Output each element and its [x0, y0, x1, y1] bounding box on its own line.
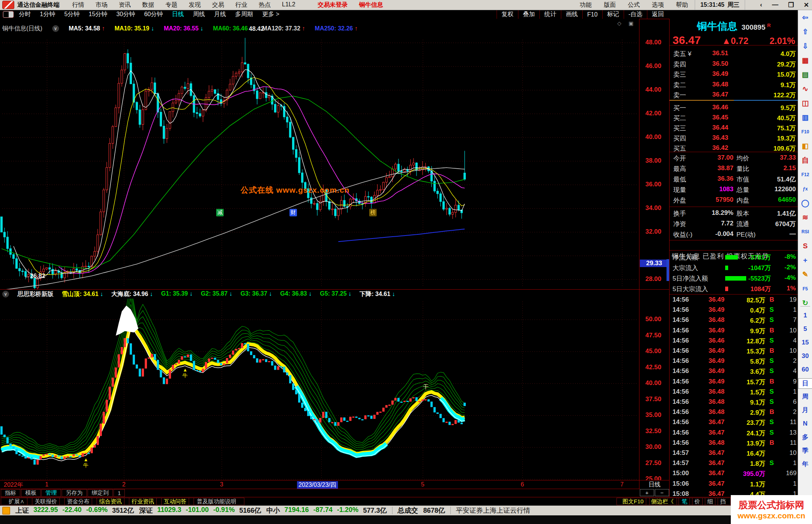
menu-item-5[interactable]: 发现 — [189, 1, 201, 9]
menu-item-8[interactable]: 热点 — [259, 1, 271, 9]
news-page-icon[interactable]: ▥ — [798, 113, 812, 122]
tick-row[interactable]: 14:5636.4915.7万B9 — [670, 377, 798, 387]
timeline-label-5[interactable]: 5 — [421, 481, 424, 488]
tick-view-tab-挡[interactable]: 挡 — [715, 498, 731, 505]
minimize-icon[interactable]: — — [772, 1, 779, 9]
timeline-label-4[interactable]: 2023/03/23/四 — [297, 481, 338, 489]
strip-period-多[interactable]: 多 — [798, 432, 812, 442]
tick-row[interactable]: 14:5636.4982.5万B19 — [670, 295, 798, 305]
tick-row[interactable]: 15:0636.471.1万1 — [670, 479, 798, 489]
event-marker-减[interactable]: 减 — [216, 209, 224, 216]
period-tab-15分钟[interactable]: 15分钟 — [89, 11, 108, 18]
collapse-icon[interactable]: ∨ — [52, 25, 59, 32]
tick-row[interactable]: 14:5636.4724.1万S13 — [670, 428, 798, 438]
kline-icon[interactable]: ◫ — [798, 99, 812, 108]
bottom-right-link-0[interactable]: 图文F10 — [617, 498, 650, 505]
stock-name[interactable]: 铜牛信息 — [697, 21, 738, 32]
bottom-tab-6[interactable]: 普及版功能说明 — [189, 498, 244, 505]
back-arrow-icon[interactable]: ⇦ — [798, 13, 812, 22]
f10-icon[interactable]: F10 — [798, 127, 812, 136]
quote-list-icon[interactable]: ▤ — [798, 70, 812, 79]
toolbar-button-5[interactable]: 标记 — [602, 10, 624, 19]
strip-period-月[interactable]: 月 — [798, 405, 812, 415]
tick-row[interactable]: 14:5636.489.1万S6 — [670, 397, 798, 407]
event-marker-榜[interactable]: 榜 — [369, 209, 377, 216]
mark-diamond-icon[interactable]: ◇ — [617, 20, 621, 26]
relation-tree-icon[interactable]: ◧ — [798, 142, 812, 151]
period-tab-5分钟[interactable]: 5分钟 — [64, 11, 80, 18]
up-arrow-icon[interactable]: ⇧ — [798, 27, 812, 36]
strip-period-5[interactable]: 5 — [798, 324, 812, 334]
period-tab-多周期[interactable]: 多周期 — [235, 11, 253, 18]
timeline-label-1[interactable]: 1 — [45, 481, 48, 488]
panel-tab-0[interactable]: 指标 — [1, 489, 20, 497]
tick-row[interactable]: 14:5636.4813.9万B11 — [670, 438, 798, 448]
tick-row[interactable]: 14:5636.481.5万S1 — [670, 387, 798, 397]
period-tab-30分钟[interactable]: 30分钟 — [117, 11, 135, 18]
index-quote-1[interactable]: 深证11029.3-101.00-0.91%5166亿 — [139, 506, 261, 515]
strip-period-1[interactable]: 1 — [798, 311, 812, 320]
candlestick-chart[interactable] — [0, 19, 639, 289]
menu-item-2[interactable]: 资讯 — [119, 1, 131, 9]
period-tab-60分钟[interactable]: 60分钟 — [144, 11, 163, 18]
panel-tab-1[interactable]: 模板 — [21, 489, 41, 497]
period-tab-更多 >[interactable]: 更多 > — [262, 11, 279, 18]
strip-period-周[interactable]: 周 — [798, 392, 812, 402]
toolbar-button-6[interactable]: -自选 — [624, 10, 647, 19]
toolbar-button-2[interactable]: 统计 — [539, 10, 561, 19]
strip-period-日[interactable]: 日 — [798, 378, 812, 389]
menu-item-6[interactable]: 交易 — [212, 1, 224, 9]
wave-icon[interactable]: ≋ — [798, 213, 812, 222]
menu-item-4[interactable]: 专题 — [165, 1, 177, 9]
menu-item-9[interactable]: L1L2 — [282, 1, 295, 9]
period-tab-分时[interactable]: 分时 — [19, 11, 31, 18]
tick-row[interactable]: 14:5636.495.8万S2 — [670, 356, 798, 366]
tick-row[interactable]: 14:5636.486.2万S7 — [670, 316, 798, 325]
bottom-tab-1[interactable]: 关联报价 — [27, 498, 65, 505]
report-table-icon[interactable]: ▦ — [798, 56, 812, 65]
bottom-tab-5[interactable]: 互动问答 — [156, 498, 194, 505]
timeline-label-0[interactable]: 2022年 — [4, 481, 23, 489]
index-quote-0[interactable]: 上证3222.95-22.40-0.69%3512亿 — [15, 506, 134, 515]
f12-icon[interactable]: F12 — [798, 170, 812, 179]
timeline-label-7[interactable]: 7 — [620, 481, 624, 488]
circle-icon[interactable]: ◯ — [798, 199, 812, 208]
menu-right-item-0[interactable]: 功能 — [580, 1, 592, 9]
toolbar-button-3[interactable]: 画线 — [561, 10, 582, 19]
strip-period-年[interactable]: 年 — [798, 459, 812, 469]
bottom-tab-2[interactable]: 资金分布 — [59, 498, 97, 505]
f5-icon[interactable]: F5 — [798, 284, 812, 293]
strip-period-季[interactable]: 季 — [798, 446, 812, 456]
toolbar-button-1[interactable]: 叠加 — [518, 10, 539, 19]
close-icon[interactable]: ✕ — [804, 1, 809, 9]
panel-splitter-handle[interactable] — [667, 259, 669, 281]
bottom-right-link-1[interactable]: 侧边栏《 — [646, 498, 679, 505]
index-quote-2[interactable]: 中小7194.16-87.74-1.20%577.3亿 — [266, 506, 386, 515]
panel-tab-4[interactable]: 绑定到 — [88, 489, 113, 497]
menu-item-0[interactable]: 行情 — [72, 1, 84, 9]
menu-item-1[interactable]: 市场 — [95, 1, 108, 9]
menu-right-item-3[interactable]: 选项 — [652, 1, 664, 9]
strip-period-30[interactable]: 30 — [798, 351, 812, 361]
indicator-chart[interactable]: ▲牛▲牛干 — [0, 299, 639, 480]
self-select-icon[interactable]: 自 — [798, 156, 812, 165]
menu-right-item-2[interactable]: 公式 — [628, 1, 640, 9]
panel-tab-5[interactable]: 1 — [114, 489, 125, 497]
bottom-tab-3[interactable]: 综合资讯 — [92, 498, 129, 505]
menu-alert-0[interactable]: 交易未登录 — [318, 1, 348, 9]
toolbar-button-0[interactable]: 复权 — [497, 10, 518, 19]
down-arrow-icon[interactable]: ⇩ — [798, 42, 812, 51]
tick-row[interactable]: 14:5636.4723.7万S11 — [670, 418, 798, 427]
formula-icon[interactable]: ƒx — [798, 184, 812, 193]
period-tab-周线[interactable]: 周线 — [193, 11, 205, 18]
maximize-pane-icon[interactable]: ▣ — [629, 20, 633, 26]
timeline-label-3[interactable]: 3 — [220, 481, 223, 488]
pencil-icon[interactable]: ✎ — [798, 270, 812, 279]
menu-item-7[interactable]: 行业 — [235, 1, 247, 9]
bottom-tab-4[interactable]: 行业资讯 — [124, 498, 162, 505]
indicator-collapse-icon[interactable]: ∨ — [2, 291, 9, 297]
tick-row[interactable]: 14:5736.4716.4万10 — [670, 448, 798, 458]
restore-icon[interactable]: ❐ — [788, 1, 794, 9]
toolbar-button-7[interactable]: 返回 — [647, 10, 668, 19]
tick-row[interactable]: 14:5636.499.9万B10 — [670, 326, 798, 336]
